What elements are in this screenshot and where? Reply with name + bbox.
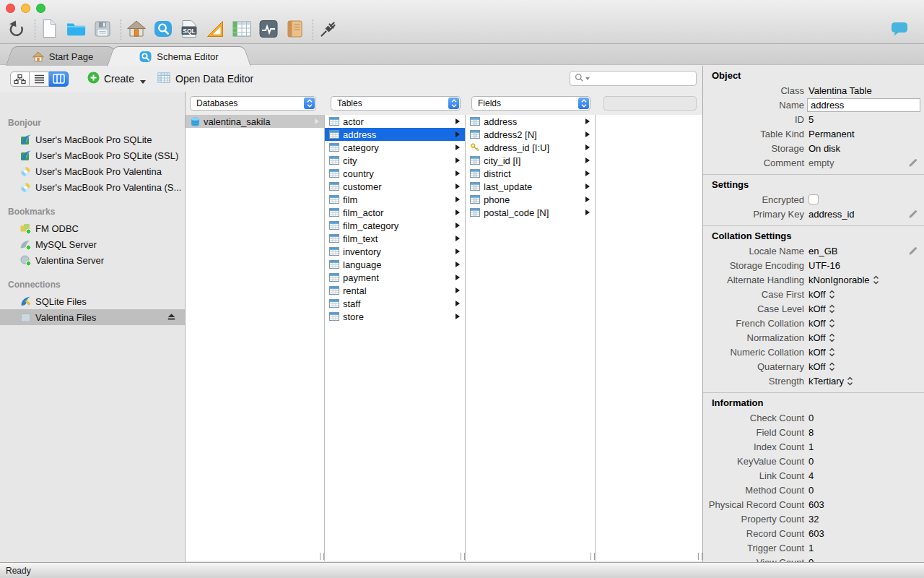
search-field[interactable] xyxy=(570,71,697,86)
value-stepper-icon[interactable] xyxy=(829,348,835,357)
sidebar-item-sqlite-files[interactable]: SQLite Files xyxy=(0,293,185,309)
tab-schema-editor[interactable]: Schema Editor xyxy=(107,46,251,66)
list-item-actor[interactable]: actor xyxy=(325,115,465,128)
value-stepper-icon[interactable] xyxy=(847,376,853,386)
main-toolbar: SQL xyxy=(0,16,924,43)
encrypted-checkbox[interactable] xyxy=(808,194,819,204)
property-label: Field Count xyxy=(703,427,804,438)
edit-pencil-icon[interactable] xyxy=(907,246,918,259)
undo-button[interactable] xyxy=(7,19,25,40)
list-item-city-id-i-[interactable]: city_id [I] xyxy=(466,154,595,167)
value-stepper-icon[interactable] xyxy=(873,275,879,285)
create-dropdown-caret[interactable] xyxy=(140,80,146,84)
minimize-window-button[interactable] xyxy=(21,4,30,13)
value-stepper-icon[interactable] xyxy=(829,319,835,328)
sidebar-item-label: FM ODBC xyxy=(35,223,79,234)
list-item-country[interactable]: country xyxy=(325,167,465,180)
list-item-inventory[interactable]: inventory xyxy=(325,245,465,258)
list-item-category[interactable]: category xyxy=(325,141,465,154)
value-stepper-icon[interactable] xyxy=(829,304,835,314)
expand-arrow-icon xyxy=(456,118,460,124)
property-table-kind: Table KindPermanent xyxy=(703,126,924,141)
edit-pencil-icon[interactable] xyxy=(907,158,918,171)
list-item-film-actor[interactable]: film_actor xyxy=(325,206,465,219)
schema-editor-button[interactable] xyxy=(154,19,173,40)
sidebar-item-mysql-server[interactable]: MySQL Server xyxy=(0,236,185,252)
property-value: 603 xyxy=(808,528,824,539)
schema-browser: DatabasesTablesFields valentina_sakilaac… xyxy=(186,92,702,562)
connect-button[interactable] xyxy=(319,19,338,40)
server-admin-button[interactable] xyxy=(259,19,278,40)
tab-start-page[interactable]: Start Page xyxy=(6,46,120,66)
report-button[interactable] xyxy=(286,19,303,40)
title-bar[interactable] xyxy=(0,0,924,16)
property-value: en_GB xyxy=(808,246,837,256)
list-item-postal-code-n-[interactable]: postal_code [N] xyxy=(466,206,595,219)
list-item-film-text[interactable]: film_text xyxy=(325,232,465,245)
list-item-last-update[interactable]: last_update xyxy=(466,180,595,193)
list-item-address2-n-[interactable]: address2 [N] xyxy=(466,128,595,141)
sidebar-item-user-s-macbook-pro-valentina-s-[interactable]: User's MacBook Pro Valentina (S... xyxy=(0,179,185,195)
sql-editor-button[interactable]: SQL xyxy=(180,19,198,40)
tables-dropdown[interactable]: Tables xyxy=(331,96,461,111)
view-mode-columns-button[interactable] xyxy=(49,72,69,87)
open-data-editor-button[interactable]: Open Data Editor xyxy=(157,72,253,85)
close-window-button[interactable] xyxy=(6,4,15,13)
data-editor-button[interactable] xyxy=(232,19,251,40)
list-item-address[interactable]: address xyxy=(325,128,465,141)
value-stepper-icon[interactable] xyxy=(829,290,835,299)
name-input[interactable] xyxy=(807,98,920,112)
zoom-window-button[interactable] xyxy=(36,4,45,13)
databases-dropdown[interactable]: Databases xyxy=(190,96,316,111)
column-resize-grip[interactable] xyxy=(590,553,595,560)
sidebar-item-valentina-server[interactable]: Valentina Server xyxy=(0,252,185,268)
list-item-film[interactable]: film xyxy=(325,193,465,206)
list-item-payment[interactable]: payment xyxy=(325,271,465,284)
fields-dropdown[interactable]: Fields xyxy=(471,96,590,111)
valentina-icon xyxy=(19,165,32,178)
empty-dropdown[interactable] xyxy=(603,96,697,111)
list-item-customer[interactable]: customer xyxy=(325,180,465,193)
value-stepper-icon[interactable] xyxy=(829,362,835,371)
sidebar-item-valentina-files[interactable]: Valentina Files xyxy=(0,309,185,325)
create-button[interactable]: Create xyxy=(87,72,146,86)
save-button[interactable] xyxy=(94,19,111,40)
sidebar-item-user-s-macbook-pro-sqlite-ssl-[interactable]: User's MacBook Pro SQLite (SSL) xyxy=(0,147,185,163)
expand-arrow-icon xyxy=(456,262,460,267)
undo-icon xyxy=(7,20,25,40)
sidebar-item-user-s-macbook-pro-valentina[interactable]: User's MacBook Pro Valentina xyxy=(0,163,185,179)
column-resize-grip[interactable] xyxy=(320,553,324,560)
search-options-caret[interactable] xyxy=(585,77,590,80)
list-item-language[interactable]: language xyxy=(325,258,465,271)
property-label: Normalization xyxy=(703,332,804,343)
list-item-store[interactable]: store xyxy=(325,310,465,323)
sidebar-item-fm-odbc[interactable]: FM ODBC xyxy=(0,220,185,236)
column-resize-grip[interactable] xyxy=(698,553,702,560)
list-item-rental[interactable]: rental xyxy=(325,284,465,297)
new-document-button[interactable] xyxy=(41,19,58,40)
list-item-phone[interactable]: phone xyxy=(466,193,595,206)
edit-pencil-icon[interactable] xyxy=(907,209,918,222)
feedback-chat-button[interactable] xyxy=(891,19,908,40)
diagram-button[interactable] xyxy=(206,19,225,40)
sqlite-icon xyxy=(19,150,32,162)
property-label: Record Count xyxy=(703,528,804,539)
home-button[interactable] xyxy=(127,19,146,40)
sidebar-item-user-s-macbook-pro-sqlite[interactable]: User's MacBook Pro SQLite xyxy=(0,131,185,147)
data-grid-icon xyxy=(157,72,170,85)
list-item-address[interactable]: address xyxy=(466,115,595,128)
view-mode-list-button[interactable] xyxy=(30,72,49,87)
column-resize-grip[interactable] xyxy=(461,553,465,560)
view-mode-tree-button[interactable] xyxy=(10,72,30,87)
list-item-district[interactable]: district xyxy=(466,167,595,180)
list-item-valentina-sakila[interactable]: valentina_sakila xyxy=(186,115,324,128)
value-stepper-icon[interactable] xyxy=(829,333,835,342)
expand-arrow-icon xyxy=(585,197,590,202)
list-item-address-id-i-u-[interactable]: address_id [I:U] xyxy=(466,141,595,154)
browser-column-empty xyxy=(596,115,702,561)
eject-icon[interactable] xyxy=(167,312,176,323)
open-folder-button[interactable] xyxy=(66,19,86,40)
list-item-staff[interactable]: staff xyxy=(325,297,465,310)
list-item-city[interactable]: city xyxy=(325,154,465,167)
list-item-film-category[interactable]: film_category xyxy=(325,219,465,232)
